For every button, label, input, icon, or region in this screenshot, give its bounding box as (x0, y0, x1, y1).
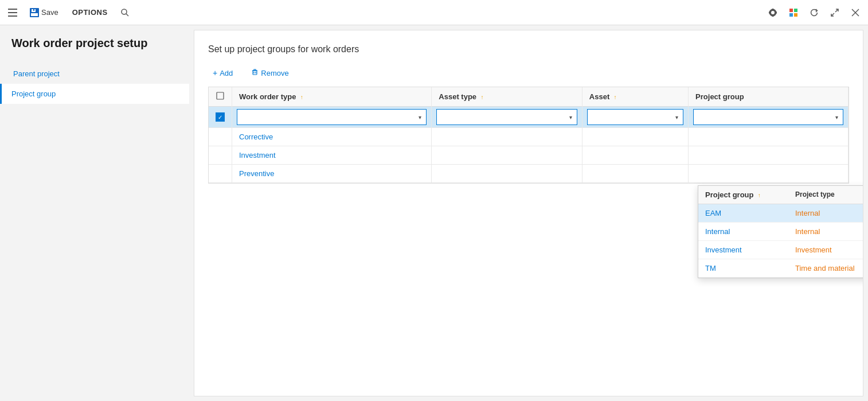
project-group-cell[interactable] (689, 146, 849, 165)
asset-type-cell[interactable] (432, 165, 582, 183)
col-asset-type[interactable]: Asset type ↑ (432, 87, 582, 107)
svg-rect-6 (33, 9, 34, 11)
topbar-right (765, 5, 863, 21)
project-group-cell[interactable]: ▾ (689, 107, 849, 128)
sort-work-order-type-icon: ↑ (300, 94, 303, 100)
list-item[interactable]: Investment Investment (698, 241, 863, 259)
list-item[interactable]: TM Time and material (698, 259, 863, 278)
asset-cell[interactable]: ▾ (582, 107, 688, 128)
svg-rect-1 (8, 12, 17, 13)
work-order-type-dropdown[interactable]: ▾ (237, 109, 427, 125)
project-group-dropdown[interactable]: ▾ (693, 109, 843, 125)
main-layout: Work order project setup Parent project … (0, 25, 868, 401)
col-check (209, 87, 232, 107)
svg-rect-5 (31, 13, 38, 16)
col-work-order-type[interactable]: Work order type ↑ (232, 87, 432, 107)
office-icon[interactable] (785, 5, 801, 21)
svg-rect-11 (789, 13, 793, 17)
asset-type-cell[interactable] (432, 128, 582, 146)
close-icon[interactable] (847, 5, 863, 21)
asset-cell[interactable] (582, 128, 688, 146)
table-row: Investment (209, 146, 849, 165)
refresh-icon[interactable] (806, 5, 822, 21)
settings-icon[interactable] (765, 5, 781, 21)
svg-rect-12 (794, 13, 797, 17)
search-icon[interactable] (117, 5, 133, 21)
popup-col2-header: Project type (795, 190, 863, 199)
save-label: Save (41, 8, 58, 17)
chevron-down-icon: ▾ (675, 114, 678, 120)
hamburger-icon[interactable] (5, 5, 21, 21)
row-checkbox[interactable] (209, 128, 232, 146)
sort-popup-col1-icon: ↑ (758, 192, 761, 198)
svg-rect-0 (8, 9, 17, 10)
save-button[interactable]: Save (25, 6, 63, 20)
project-group-cell[interactable] (689, 165, 849, 183)
page-title: Work order project setup (0, 37, 189, 64)
sidebar: Work order project setup Parent project … (0, 25, 189, 401)
trash-icon (251, 68, 259, 77)
chevron-down-icon: ▾ (835, 114, 838, 120)
toolbar: + Add Remove (208, 66, 849, 80)
svg-line-8 (126, 14, 128, 16)
table-row: Preventive (209, 165, 849, 183)
chevron-down-icon: ▾ (569, 114, 572, 120)
work-order-type-cell[interactable]: Investment (232, 146, 432, 165)
svg-rect-17 (253, 71, 257, 75)
content-heading: Set up project groups for work orders (208, 44, 849, 54)
list-item[interactable]: Internal Internal (698, 223, 863, 241)
asset-dropdown[interactable]: ▾ (587, 109, 683, 125)
svg-rect-20 (217, 92, 224, 99)
add-icon: + (213, 68, 217, 77)
asset-type-cell[interactable]: ▾ (432, 107, 582, 128)
data-table: Work order type ↑ Asset type ↑ Asset ↑ (208, 87, 849, 184)
svg-rect-9 (789, 9, 793, 12)
add-button[interactable]: + Add (208, 66, 237, 80)
checked-icon: ✓ (216, 112, 225, 122)
topbar-left: Save OPTIONS (5, 5, 763, 21)
popup-header: Project group ↑ Project type (698, 186, 863, 204)
chevron-down-icon: ▾ (419, 114, 421, 120)
remove-button[interactable]: Remove (247, 66, 293, 80)
list-item[interactable]: EAM Internal (698, 204, 863, 223)
work-order-type-cell[interactable]: ▾ (232, 107, 432, 128)
row-checkbox[interactable]: ✓ (209, 107, 232, 128)
topbar: Save OPTIONS (0, 0, 868, 25)
svg-rect-10 (794, 9, 797, 12)
svg-point-7 (122, 9, 127, 14)
work-order-type-cell[interactable]: Preventive (232, 165, 432, 183)
table-row: ✓ ▾ ▾ (209, 107, 849, 128)
sort-asset-icon: ↑ (614, 94, 617, 100)
col-project-group[interactable]: Project group (689, 87, 849, 107)
table-row: Corrective (209, 128, 849, 146)
col-asset[interactable]: Asset ↑ (582, 87, 688, 107)
project-group-cell[interactable] (689, 128, 849, 146)
options-button[interactable]: OPTIONS (68, 6, 112, 19)
sidebar-item-project-group[interactable]: Project group (0, 84, 189, 104)
asset-cell[interactable] (582, 165, 688, 183)
asset-type-cell[interactable] (432, 146, 582, 165)
project-group-popup: Project group ↑ Project type EAM Interna… (698, 185, 863, 278)
sidebar-item-parent-project[interactable]: Parent project (0, 64, 189, 84)
asset-cell[interactable] (582, 146, 688, 165)
sort-asset-type-icon: ↑ (480, 94, 483, 100)
popup-col1-header: Project group ↑ (705, 190, 795, 199)
row-checkbox[interactable] (209, 146, 232, 165)
content-area: Set up project groups for work orders + … (194, 30, 863, 396)
resize-icon[interactable] (827, 5, 843, 21)
work-order-type-cell[interactable]: Corrective (232, 128, 432, 146)
svg-rect-2 (8, 15, 17, 17)
asset-type-dropdown[interactable]: ▾ (436, 109, 577, 125)
row-checkbox[interactable] (209, 165, 232, 183)
